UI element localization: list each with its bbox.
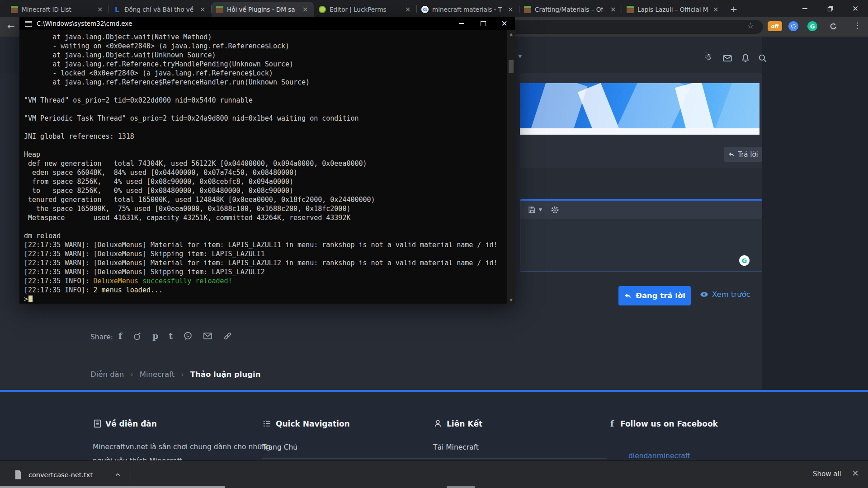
preview-link[interactable]: Xem trước [700,290,750,299]
bell-icon[interactable] [741,53,750,63]
cmd-window-title: C:\Windows\system32\cmd.exe [37,20,132,27]
maximize-icon [481,21,486,26]
reply-button[interactable]: Trả lời [724,147,762,162]
tab-title: Đồng chí và Bài thơ về [124,6,195,13]
browser-tab[interactable]: Crafting/Materials – Of× [519,2,622,17]
restore-icon [827,6,833,12]
scrollbar-thumb[interactable] [509,60,514,73]
breadcrumb-item[interactable]: Minecraft [140,370,175,379]
letter-l-icon: L [113,6,121,13]
browser-tab-strip: Minecraft ID List×LĐồng chí và Bài thơ v… [0,0,868,17]
breadcrumb: Diễn đàn›Minecraft›Thảo luận plugin [90,370,260,379]
download-shelf-divider [131,467,131,483]
save-draft-icon[interactable] [528,206,536,214]
download-shelf-close-button[interactable]: ✕ [852,468,859,478]
cmd-window-controls: ✕ [451,17,515,30]
avatar-snowman-icon[interactable]: ☃ [704,52,712,61]
email-share-icon[interactable] [203,331,212,341]
footer-link-download-minecraft[interactable]: Tải Minecraft [433,443,479,451]
editor-settings-gear-icon[interactable] [550,205,560,215]
mail-icon[interactable] [722,53,732,63]
tab-close-icon[interactable]: × [96,6,104,13]
page-right-margin [762,37,868,392]
tab-close-icon[interactable]: × [199,6,207,13]
editor-toolbar: ▼ [520,201,762,219]
browser-window-controls: ✕ [792,0,868,17]
grammarly-editor-badge[interactable]: G [739,255,750,266]
cmd-close-button[interactable]: ✕ [494,17,515,30]
nav-chevron-down-icon[interactable]: ▼ [518,53,522,59]
footer-link-home[interactable]: Trang Chủ [262,443,297,451]
extension-blue-icon[interactable] [788,21,798,31]
taskbar-sliver [0,486,225,488]
browser-tab[interactable]: Hỏi về Plugins - DM sa× [212,2,314,17]
facebook-share-icon[interactable]: f [118,331,122,341]
grammarly-extension-icon[interactable]: G [807,21,817,31]
google-icon: G [421,6,429,13]
footer-facebook-link[interactable]: diendanminecraft [628,452,690,460]
tab-title: Crafting/Materials – Of [535,6,606,13]
cmd-maximize-button[interactable] [472,17,494,30]
browser-close-button[interactable]: ✕ [843,0,868,17]
links-person-icon [433,419,443,428]
cmd-minimize-button[interactable] [451,17,472,30]
scroll-down-icon[interactable]: ▼ [507,296,515,304]
extension-off-badge[interactable]: off [768,21,782,31]
extension-swirl-icon[interactable] [828,21,838,31]
link-share-icon[interactable] [223,331,232,341]
post-reply-label: Đăng trả lời [636,291,685,300]
about-document-icon [93,419,102,428]
post-reply-button[interactable]: Đăng trả lời [618,286,691,305]
search-icon[interactable] [758,53,768,63]
pinterest-share-icon[interactable]: p [152,331,158,341]
grass-block-icon [11,6,18,13]
scroll-up-icon[interactable]: ▲ [507,30,515,38]
tab-strip-tabs: Minecraft ID List×LĐồng chí và Bài thơ v… [0,0,724,17]
save-dropdown-caret-icon[interactable]: ▼ [539,207,542,212]
cmd-body: at java.lang.Object.wait(Native Method) … [19,30,515,304]
tab-close-icon[interactable]: × [507,6,514,13]
download-item[interactable]: convertcase-net.txt [0,469,121,480]
browser-restore-button[interactable] [817,0,843,17]
browser-minimize-button[interactable] [792,0,817,17]
cmd-titlebar[interactable]: C:\Windows\system32\cmd.exe ✕ [19,17,515,30]
cmd-scrollbar[interactable]: ▲ ▼ [507,30,515,304]
breadcrumb-item[interactable]: Diễn đàn [90,370,124,379]
browser-tab[interactable]: Editor | LuckPerms× [314,2,416,17]
chevron-up-icon[interactable] [114,471,121,478]
tab-close-icon[interactable]: × [404,6,412,13]
grass-block-icon [627,6,634,13]
browser-menu-icon[interactable]: ⋮ [854,21,861,30]
eye-icon [700,290,708,299]
cmd-window[interactable]: C:\Windows\system32\cmd.exe ✕ at java.la… [19,17,515,304]
tab-close-icon[interactable]: × [302,6,309,13]
new-tab-button[interactable]: + [727,2,741,16]
browser-tab[interactable]: Gminecraft materials - T× [417,2,519,17]
reddit-share-icon[interactable] [132,331,142,341]
grammarly-g: G [810,23,815,30]
bookmark-star-icon[interactable]: ☆ [747,21,754,30]
show-all-downloads-button[interactable]: Show all [813,470,841,478]
reply-editor-panel[interactable]: ▼ [520,199,762,272]
breadcrumb-item[interactable]: Thảo luận plugin [190,370,261,379]
tab-close-icon[interactable]: × [609,6,617,13]
whatsapp-share-icon[interactable] [183,331,193,341]
tab-close-icon[interactable]: × [712,6,720,13]
back-icon[interactable]: ← [7,21,15,32]
footer-about-title: Về diễn đàn [105,419,157,428]
tab-title: Lapis Lazuli – Official M [637,6,708,13]
footer-accent-line [0,390,868,392]
close-icon: ✕ [501,19,507,28]
tumblr-share-icon[interactable]: t [169,331,173,341]
browser-tab[interactable]: LĐồng chí và Bài thơ về× [109,2,211,17]
share-label: Share: [90,333,113,341]
footer-divider [433,458,607,459]
grass-block-icon [524,6,531,13]
luckperms-icon [319,6,326,13]
footer-links-title: Liên Kết [447,419,482,428]
post-banner-image [520,83,760,135]
browser-tab[interactable]: Minecraft ID List× [6,2,108,17]
tab-title: Editor | LuckPerms [330,6,401,13]
reply-arrow-icon [624,292,632,300]
browser-tab[interactable]: Lapis Lazuli – Official M× [622,2,724,17]
